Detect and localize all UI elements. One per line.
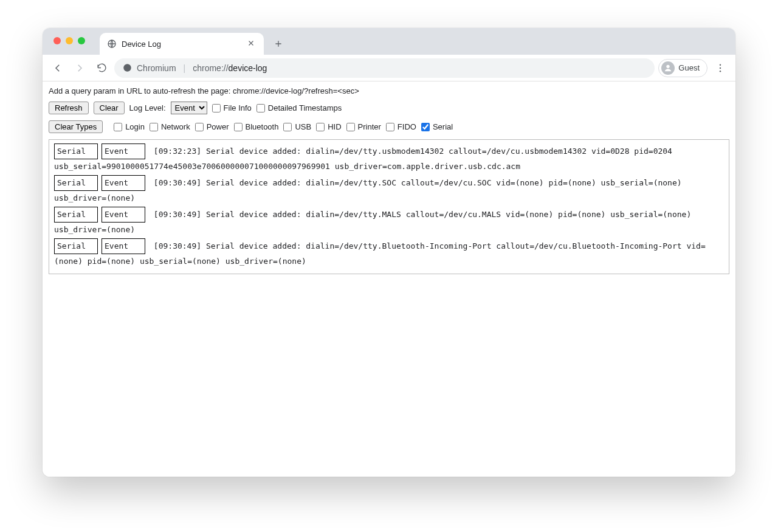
svg-point-3	[720, 64, 721, 65]
log-level-tag: Event	[102, 238, 145, 254]
site-info-icon[interactable]	[123, 63, 132, 72]
omnibox-scheme: chrome://	[193, 63, 228, 73]
log-message: [09:30:49] Serial device added: dialin=/…	[54, 210, 691, 234]
refresh-button[interactable]: Refresh	[49, 102, 89, 114]
type-filter-network-label: Network	[161, 122, 190, 131]
log-level-label: Log Level:	[129, 103, 166, 112]
type-filter-usb-input[interactable]	[283, 123, 292, 131]
file-info-checkbox[interactable]: File Info	[212, 103, 252, 112]
type-filter-login-input[interactable]	[114, 123, 122, 131]
type-filter-usb[interactable]: USB	[283, 122, 311, 131]
browser-toolbar: Chromium | chrome://device-log Guest	[43, 55, 735, 81]
tab-strip: Device Log	[43, 28, 735, 55]
omnibox-separator: |	[181, 63, 188, 73]
clear-types-button[interactable]: Clear Types	[49, 120, 103, 133]
forward-button[interactable]	[71, 59, 89, 77]
svg-point-2	[667, 64, 670, 67]
type-filter-login[interactable]: Login	[114, 122, 145, 131]
type-filter-printer-label: Printer	[358, 122, 381, 131]
type-filter-power-label: Power	[207, 122, 229, 131]
log-message: [09:32:23] Serial device added: dialin=/…	[54, 147, 672, 171]
controls-row-2: Clear Types LoginNetworkPowerBluetoothUS…	[47, 119, 731, 134]
svg-point-5	[720, 71, 721, 72]
type-filter-fido[interactable]: FIDO	[386, 122, 416, 131]
svg-point-1	[123, 64, 131, 72]
controls-row-1: Refresh Clear Log Level: Event File Info…	[47, 100, 731, 116]
type-filter-group: LoginNetworkPowerBluetoothUSBHIDPrinterF…	[114, 122, 453, 131]
log-level-tag: Event	[102, 175, 145, 191]
browser-tab[interactable]: Device Log	[100, 33, 264, 55]
browser-window: Device Log Chromium | chrome://device-l	[43, 28, 735, 477]
type-filter-fido-label: FIDO	[398, 122, 416, 131]
browser-menu-button[interactable]	[711, 59, 729, 77]
profile-button[interactable]: Guest	[658, 59, 707, 77]
type-filter-serial[interactable]: Serial	[421, 122, 453, 131]
log-message: [09:30:49] Serial device added: dialin=/…	[54, 241, 706, 266]
log-level-tag: Event	[102, 143, 145, 159]
type-filter-bluetooth[interactable]: Bluetooth	[234, 122, 279, 131]
log-type-tag: Serial	[54, 207, 98, 223]
file-info-input[interactable]	[212, 104, 221, 112]
type-filter-hid[interactable]: HID	[316, 122, 341, 131]
close-window-button[interactable]	[53, 37, 61, 44]
type-filter-network-input[interactable]	[150, 123, 158, 131]
omnibox-path: device-log	[229, 63, 267, 73]
maximize-window-button[interactable]	[78, 37, 85, 44]
log-message: [09:30:49] Serial device added: dialin=/…	[54, 178, 682, 202]
type-filter-network[interactable]: Network	[150, 122, 190, 131]
type-filter-bluetooth-input[interactable]	[234, 123, 243, 131]
log-type-tag: Serial	[54, 238, 98, 254]
type-filter-hid-label: HID	[328, 122, 341, 131]
new-tab-button[interactable]	[270, 35, 287, 52]
refresh-hint: Add a query param in URL to auto-refresh…	[47, 85, 731, 100]
type-filter-printer-input[interactable]	[346, 123, 355, 131]
globe-icon	[107, 39, 117, 49]
svg-point-4	[720, 67, 721, 68]
log-row: SerialEvent [09:30:49] Serial device add…	[54, 238, 724, 269]
file-info-label: File Info	[224, 103, 252, 112]
type-filter-serial-input[interactable]	[421, 123, 430, 131]
type-filter-login-label: Login	[125, 122, 145, 131]
profile-label: Guest	[678, 63, 700, 72]
type-filter-usb-label: USB	[295, 122, 311, 131]
type-filter-printer[interactable]: Printer	[346, 122, 381, 131]
reload-button[interactable]	[92, 59, 111, 77]
page-content: Add a query param in URL to auto-refresh…	[43, 81, 735, 477]
type-filter-bluetooth-label: Bluetooth	[246, 122, 279, 131]
log-level-tag: Event	[102, 207, 145, 223]
type-filter-power[interactable]: Power	[195, 122, 229, 131]
log-row: SerialEvent [09:30:49] Serial device add…	[54, 207, 724, 237]
log-type-tag: Serial	[54, 143, 98, 159]
type-filter-fido-input[interactable]	[386, 123, 394, 131]
detailed-ts-input[interactable]	[256, 104, 265, 112]
clear-button[interactable]: Clear	[94, 102, 125, 114]
type-filter-serial-label: Serial	[433, 122, 453, 131]
log-output: SerialEvent [09:32:23] Serial device add…	[49, 139, 729, 274]
avatar-icon	[661, 61, 675, 75]
type-filter-hid-input[interactable]	[316, 123, 325, 131]
log-row: SerialEvent [09:32:23] Serial device add…	[54, 143, 724, 174]
minimize-window-button[interactable]	[66, 37, 73, 44]
detailed-ts-checkbox[interactable]: Detailed Timestamps	[256, 103, 342, 112]
tab-title: Device Log	[122, 40, 242, 49]
close-tab-button[interactable]	[247, 39, 256, 49]
log-level-select[interactable]: Event	[171, 102, 207, 114]
detailed-ts-label: Detailed Timestamps	[268, 103, 342, 112]
log-row: SerialEvent [09:30:49] Serial device add…	[54, 175, 724, 206]
back-button[interactable]	[49, 59, 67, 77]
omnibox-product: Chromium	[137, 63, 176, 73]
window-controls	[53, 37, 85, 44]
log-type-tag: Serial	[54, 175, 98, 191]
address-bar[interactable]: Chromium | chrome://device-log	[114, 58, 655, 78]
type-filter-power-input[interactable]	[195, 123, 204, 131]
